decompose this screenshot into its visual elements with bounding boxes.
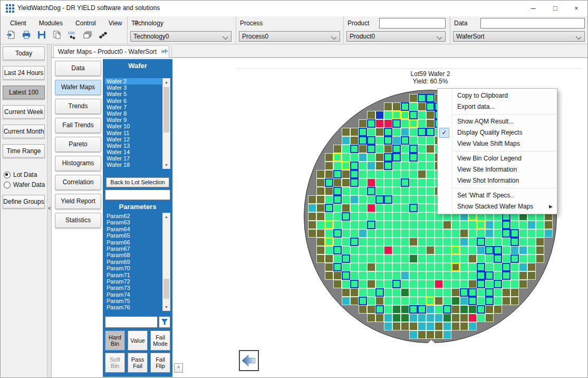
die[interactable]: [435, 229, 443, 238]
scroll-up-icon[interactable]: ▲: [163, 215, 170, 219]
die[interactable]: [367, 170, 375, 178]
die[interactable]: [468, 305, 477, 314]
die[interactable]: [367, 153, 375, 162]
scroll-thumb[interactable]: [163, 279, 169, 299]
die[interactable]: [401, 102, 409, 111]
die[interactable]: [426, 238, 435, 246]
die[interactable]: [384, 145, 392, 153]
die[interactable]: [392, 178, 401, 187]
radio-icon[interactable]: [4, 182, 11, 188]
die[interactable]: [418, 187, 426, 195]
tab-wafer-maps[interactable]: Wafer Maps: [55, 80, 101, 95]
die[interactable]: [359, 305, 367, 314]
die[interactable]: [333, 238, 342, 246]
die[interactable]: [435, 305, 443, 314]
die[interactable]: [418, 178, 426, 187]
die[interactable]: [426, 178, 435, 187]
die[interactable]: [460, 297, 468, 305]
context-menu-item-view-bin-color-legend[interactable]: View Bin Color Legend: [438, 153, 557, 164]
wafer-list-item[interactable]: Wafer 7: [105, 104, 162, 110]
die[interactable]: [494, 263, 502, 271]
die[interactable]: [367, 314, 375, 322]
die[interactable]: [375, 263, 384, 271]
die[interactable]: [350, 212, 359, 221]
radio-wafer-data[interactable]: Wafer Data: [4, 181, 47, 188]
fail-mode-button[interactable]: Fail Mode: [150, 330, 170, 351]
die[interactable]: [367, 128, 375, 136]
die[interactable]: [426, 145, 435, 153]
die[interactable]: [401, 280, 409, 288]
scroll-up-icon[interactable]: ▲: [163, 80, 170, 84]
parameter-list-item[interactable]: Param70: [105, 265, 162, 271]
die[interactable]: [392, 297, 401, 305]
die[interactable]: [477, 280, 485, 288]
die[interactable]: [443, 263, 451, 271]
die[interactable]: [384, 178, 392, 187]
die[interactable]: [460, 305, 468, 314]
die[interactable]: [333, 254, 342, 263]
die[interactable]: [485, 263, 494, 271]
die[interactable]: [367, 204, 375, 212]
close-button[interactable]: ×: [566, 1, 586, 16]
parameter-list-item[interactable]: Param73: [105, 285, 162, 291]
die[interactable]: [401, 212, 409, 221]
die[interactable]: [350, 221, 359, 229]
die[interactable]: [510, 229, 519, 238]
die[interactable]: [367, 305, 375, 314]
die[interactable]: [375, 195, 384, 204]
die[interactable]: [468, 246, 477, 254]
scroll-down-icon[interactable]: ▼: [163, 163, 170, 167]
die[interactable]: [350, 128, 359, 136]
die[interactable]: [409, 94, 418, 102]
die[interactable]: [359, 263, 367, 271]
die[interactable]: [418, 153, 426, 162]
die[interactable]: [375, 314, 384, 322]
die[interactable]: [325, 271, 333, 280]
die[interactable]: [409, 322, 418, 330]
die[interactable]: [435, 246, 443, 254]
die[interactable]: [418, 288, 426, 297]
pass-fail-button[interactable]: Pass Fail: [128, 353, 148, 373]
die[interactable]: [443, 322, 451, 330]
wafer-list-item[interactable]: Wafer 3: [105, 84, 162, 91]
tab-pareto[interactable]: Pareto: [55, 137, 101, 152]
die[interactable]: [392, 119, 401, 128]
parameter-list-item[interactable]: Param75: [105, 298, 162, 304]
die[interactable]: [401, 263, 409, 271]
die[interactable]: [333, 221, 342, 229]
menu-item-view[interactable]: View: [103, 18, 128, 29]
die[interactable]: [519, 254, 527, 263]
die[interactable]: [519, 246, 527, 254]
die[interactable]: [426, 322, 435, 330]
parameter-list-item[interactable]: Param76: [105, 304, 162, 310]
data-select[interactable]: WaferSort: [453, 31, 585, 42]
die[interactable]: [418, 111, 426, 119]
die[interactable]: [359, 170, 367, 178]
parameter-list-item[interactable]: Param62: [105, 213, 162, 219]
die[interactable]: [468, 238, 477, 246]
die[interactable]: [367, 297, 375, 305]
die[interactable]: [409, 187, 418, 195]
die[interactable]: [367, 145, 375, 153]
die[interactable]: [418, 271, 426, 280]
die[interactable]: [477, 229, 485, 238]
die[interactable]: [375, 162, 384, 170]
die[interactable]: [308, 221, 316, 229]
die[interactable]: [409, 229, 418, 238]
die[interactable]: [477, 297, 485, 305]
maximize-button[interactable]: □: [545, 1, 565, 16]
die[interactable]: [494, 297, 502, 305]
die[interactable]: [333, 153, 342, 162]
die[interactable]: [435, 314, 443, 322]
die[interactable]: [409, 271, 418, 280]
wafer-list-item[interactable]: Wafer 17: [105, 155, 162, 162]
die[interactable]: [350, 195, 359, 204]
die[interactable]: [409, 153, 418, 162]
die[interactable]: [325, 178, 333, 187]
die[interactable]: [333, 212, 342, 221]
die[interactable]: [426, 305, 435, 314]
die[interactable]: [426, 212, 435, 221]
die[interactable]: [384, 102, 392, 111]
die[interactable]: [350, 297, 359, 305]
new-tab-button[interactable]: +: [160, 46, 172, 57]
